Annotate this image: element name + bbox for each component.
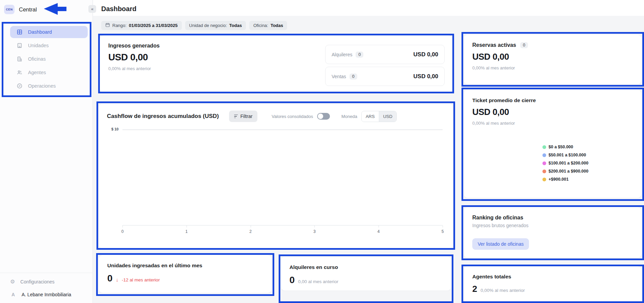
- filter-label: Oficina:: [253, 23, 268, 28]
- sidebar-item-label: Dashboard: [28, 29, 52, 35]
- units-building-icon: [16, 42, 23, 49]
- x-tick-label: 0: [121, 229, 124, 234]
- legend-label: $100.001 a $200.000: [549, 161, 588, 165]
- ver-listado-oficinas-button[interactable]: Ver listado de oficinas: [472, 238, 529, 250]
- card-reservas-activas: Reservas activas 0 USD 0,00 0,00% al mes…: [464, 35, 641, 84]
- legend-item: $200.001 a $900.000: [542, 169, 588, 174]
- sidebar-divider: [0, 273, 93, 273]
- ranking-subtitle: Ingresos brutos generados: [472, 223, 633, 228]
- filter-chip-rango[interactable]: Rango: 01/03/2025 a 31/03/2025: [101, 21, 182, 30]
- filter-value: Todas: [229, 23, 242, 28]
- card-ingresos-generados: Ingresos generados USD 0,00 0,00% al mes…: [100, 35, 452, 93]
- legend-item: $50.001 a $100.000: [542, 153, 588, 157]
- office-building-icon: [16, 56, 23, 62]
- currency-label: Moneda: [341, 114, 357, 119]
- arrow-down-icon: ↓: [116, 277, 119, 282]
- legend-dot: [542, 178, 546, 181]
- agents-people-icon: [16, 69, 23, 76]
- legend-item: +$900.001: [542, 177, 588, 182]
- reservations-delta: 0,00% al mes anterior: [472, 65, 633, 70]
- currency-group: Moneda ARS USD: [341, 111, 397, 122]
- card-title: Ranking de oficinas: [472, 215, 633, 221]
- app-root: CEN Central Dashboard Unidades Oficin: [0, 0, 644, 303]
- filter-value: Todas: [271, 23, 283, 28]
- legend-dot: [542, 161, 546, 165]
- income-row-alquileres[interactable]: Alquileres 0 USD 0,00: [325, 45, 445, 64]
- income-breakdown: Alquileres 0 USD 0,00 Ventas 0 USD 0,00: [325, 45, 445, 86]
- currency-option-usd[interactable]: USD: [379, 111, 396, 122]
- workspace-switcher[interactable]: CEN Central: [4, 5, 37, 14]
- filter-chip-oficina[interactable]: Oficina: Todas: [249, 21, 287, 30]
- sidebar-nav: Dashboard Unidades Oficinas Agentes: [10, 26, 88, 92]
- agents-count: 2: [472, 284, 477, 294]
- chart-header: Cashflow de ingresos acumulados (USD) Fi…: [99, 104, 453, 122]
- row-amount: USD 0,00: [413, 51, 438, 58]
- sidebar-item-oficinas[interactable]: Oficinas: [10, 53, 88, 65]
- card-title: Agentes totales: [472, 274, 633, 280]
- rentals-delta: 0,00 al mes anterior: [298, 279, 338, 284]
- sidebar-item-operaciones[interactable]: Operaciones: [10, 80, 88, 92]
- filter-chip-unidad-negocio[interactable]: Unidad de negocio: Todas: [185, 21, 246, 30]
- sidebar-item-configuraciones[interactable]: ⚙ Configuraciones: [10, 279, 55, 284]
- rentals-count: 0: [289, 275, 295, 285]
- legend-dot: [542, 153, 546, 157]
- legend-item: $100.001 a $200.000: [542, 161, 588, 165]
- sidebar-collapse-button[interactable]: «: [88, 5, 96, 13]
- row-label: Ventas: [332, 74, 346, 79]
- workspace-name: Central: [19, 6, 37, 13]
- row-label: Alquileres: [332, 52, 352, 57]
- y-axis-tick: $ 10: [111, 127, 118, 131]
- card-agentes-totales: Agentes totales 2 0,00% al mes anterior: [464, 266, 641, 303]
- filter-icon: [234, 115, 238, 118]
- count-badge: 0: [356, 52, 363, 58]
- toggle-label: Valores consolidados: [272, 114, 313, 119]
- card-cashflow-chart: Cashflow de ingresos acumulados (USD) Fi…: [99, 104, 453, 249]
- filtrar-label: Filtrar: [241, 114, 253, 119]
- sidebar-item-unidades[interactable]: Unidades: [10, 39, 88, 52]
- page-title: Dashboard: [101, 5, 136, 13]
- filtrar-button[interactable]: Filtrar: [229, 111, 258, 122]
- card-title: Reservas activas: [472, 42, 516, 48]
- filter-value: 01/03/2025 a 31/03/2025: [129, 23, 178, 28]
- legend-label: $50.001 a $100.000: [549, 153, 586, 157]
- sidebar-item-label: Agentes: [28, 70, 46, 75]
- card-alquileres-en-curso: Alquileres en curso 0 0,00 al mes anteri…: [281, 257, 451, 291]
- card-ticket-promedio: Ticket promedio de cierre USD 0,00 0,00%…: [464, 90, 641, 198]
- ticket-delta: 0,00% al mes anterior: [472, 121, 633, 126]
- dashboard-grid-icon: [16, 29, 23, 35]
- units-count: 0: [107, 273, 113, 284]
- legend-dot: [542, 145, 546, 149]
- filter-label: Unidad de negocio:: [189, 23, 227, 28]
- settings-label: Configuraciones: [20, 279, 54, 284]
- sidebar-item-label: Operaciones: [28, 83, 56, 89]
- row-amount: USD 0,00: [413, 73, 438, 80]
- cashflow-plot-area: $ 10 0 1 2 3 4 5: [99, 124, 453, 249]
- legend-item: $0 a $50.000: [542, 145, 588, 149]
- reservations-amount: USD 0,00: [472, 52, 633, 62]
- currency-segmented-control: ARS USD: [361, 111, 397, 122]
- x-axis: [122, 225, 443, 225]
- consolidated-toggle[interactable]: [317, 113, 330, 120]
- filter-label: Rango:: [112, 23, 127, 28]
- sidebar-item-label: Oficinas: [28, 56, 46, 62]
- chart-title: Cashflow de ingresos acumulados (USD): [107, 113, 219, 120]
- count-badge: 0: [349, 73, 357, 80]
- currency-option-ars[interactable]: ARS: [362, 111, 379, 122]
- units-delta: -12 al mes anterior: [122, 277, 160, 282]
- sidebar-account[interactable]: A A. Lebane Inmbobiliaria: [10, 292, 71, 297]
- card-title: Alquileres en curso: [289, 264, 443, 270]
- legend-dot: [542, 170, 546, 173]
- operations-percent-icon: [16, 83, 23, 89]
- x-tick-label: 1: [185, 229, 188, 234]
- income-row-ventas[interactable]: Ventas 0 USD 0,00: [325, 67, 445, 86]
- sidebar-item-agentes[interactable]: Agentes: [10, 66, 88, 79]
- card-ranking-oficinas: Ranking de oficinas Ingresos brutos gene…: [464, 207, 641, 258]
- legend-label: $200.001 a $900.000: [549, 169, 588, 174]
- x-tick-label: 5: [442, 229, 444, 234]
- consolidated-toggle-group: Valores consolidados: [272, 113, 330, 120]
- legend-label: +$900.001: [549, 177, 568, 182]
- sidebar-item-dashboard[interactable]: Dashboard: [10, 26, 88, 38]
- x-tick-label: 3: [313, 229, 316, 234]
- card-title: Unidades ingresadas en el último mes: [107, 263, 263, 269]
- avatar: A: [10, 292, 16, 297]
